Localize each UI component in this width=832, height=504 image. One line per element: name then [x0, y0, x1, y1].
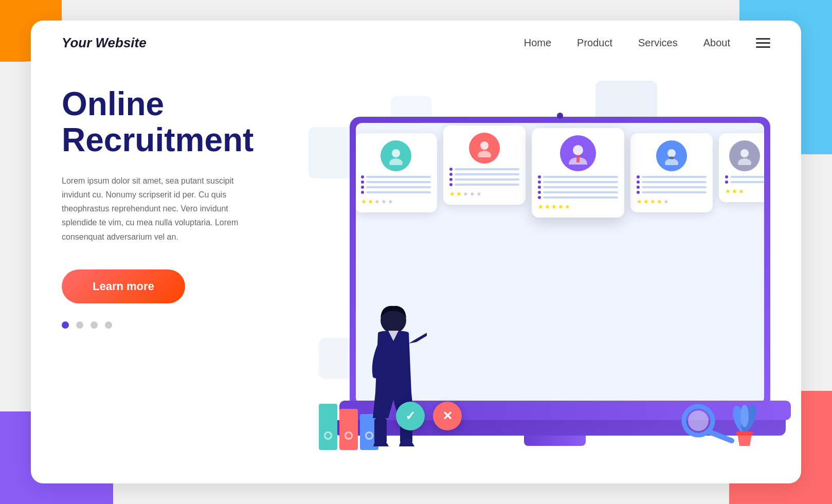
pagination-dots	[62, 321, 247, 329]
main-card: Your Website Home Product Services About…	[31, 21, 801, 483]
nav-link-about[interactable]: About	[703, 37, 730, 49]
hamburger-line-3	[756, 46, 770, 48]
hamburger-menu[interactable]	[756, 38, 770, 48]
hero-description: Lorem ipsum dolor sit amet, sea putant s…	[62, 174, 247, 244]
svg-point-1	[389, 158, 403, 165]
binder-red	[339, 409, 358, 450]
svg-point-10	[738, 158, 751, 165]
site-logo: Your Website	[62, 35, 147, 51]
stars-4: ★ ★ ★ ★ ★	[637, 198, 707, 205]
stars-1: ★ ★ ★ ★ ★	[361, 198, 431, 205]
hero-title-line2: Recruitment	[62, 121, 254, 158]
stars-5: ★ ★ ★	[725, 188, 764, 195]
decorative-plant	[729, 402, 760, 450]
candidate-card-1: ★ ★ ★ ★ ★	[356, 133, 437, 212]
navbar: Your Website Home Product Services About	[31, 21, 801, 65]
check-button[interactable]: ✓	[396, 402, 425, 430]
svg-point-19	[740, 405, 749, 427]
nav-links: Home Product Services About	[524, 37, 770, 49]
candidate-card-5: ★ ★ ★	[719, 133, 764, 202]
svg-line-16	[710, 432, 732, 441]
avatar-1	[381, 140, 411, 171]
candidate-card-2: ★ ★ ★ ★ ★	[443, 125, 526, 205]
dot-3[interactable]	[91, 321, 98, 329]
avatar-4	[656, 140, 687, 171]
card-lines-1	[361, 175, 431, 194]
reject-button[interactable]: ✕	[433, 402, 462, 430]
plant-svg	[729, 402, 760, 448]
stars-2: ★ ★ ★ ★ ★	[449, 190, 519, 197]
svg-point-2	[480, 141, 489, 150]
left-section: Online Recruitment Lorem ipsum dolor sit…	[31, 65, 278, 482]
hero-title-line1: Online	[62, 85, 164, 122]
candidate-card-4: ★ ★ ★ ★ ★	[630, 133, 713, 212]
svg-rect-5	[576, 155, 580, 163]
card-bullet-line	[361, 175, 431, 178]
dot-2[interactable]	[76, 321, 83, 329]
nav-link-home[interactable]: Home	[524, 37, 551, 49]
dot-1[interactable]	[62, 321, 69, 329]
hamburger-line-1	[756, 38, 770, 40]
svg-point-3	[478, 151, 491, 157]
learn-more-button[interactable]: Learn more	[62, 269, 185, 303]
right-section: ★ ★ ★ ★ ★	[278, 65, 801, 482]
svg-point-15	[688, 410, 709, 431]
laptop-stand	[524, 436, 586, 446]
svg-rect-12	[374, 418, 387, 444]
svg-point-6	[667, 149, 676, 157]
svg-point-4	[573, 145, 583, 155]
laptop-camera	[557, 113, 563, 119]
svg-point-9	[740, 149, 749, 157]
svg-point-0	[392, 149, 400, 157]
avatar-5	[729, 140, 760, 171]
dot-4[interactable]	[105, 321, 112, 329]
candidate-card-3: ★ ★ ★ ★ ★	[532, 128, 624, 218]
nav-link-services[interactable]: Services	[638, 37, 678, 49]
binder-teal	[319, 404, 337, 450]
content-area: Online Recruitment Lorem ipsum dolor sit…	[31, 65, 801, 482]
svg-rect-20	[736, 431, 753, 436]
stars-3: ★ ★ ★ ★ ★	[538, 203, 618, 210]
nav-link-product[interactable]: Product	[577, 37, 612, 49]
avatar-3	[560, 135, 596, 171]
avatar-2	[469, 133, 500, 164]
svg-point-8	[669, 156, 674, 159]
hamburger-line-2	[756, 42, 770, 44]
action-buttons: ✓ ✕	[396, 402, 462, 430]
hero-title: Online Recruitment	[62, 86, 247, 158]
